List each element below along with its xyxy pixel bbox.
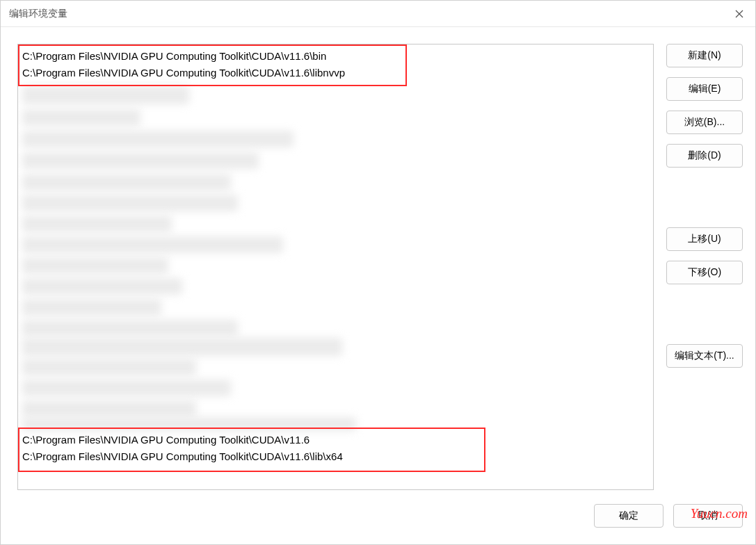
listbox-inner: C:\Program Files\NVIDIA GPU Computing To… xyxy=(18,44,653,489)
spacer xyxy=(666,294,743,334)
edit-button[interactable]: 编辑(E) xyxy=(666,77,743,101)
blurred-entry xyxy=(22,400,196,417)
blurred-entry xyxy=(22,109,140,126)
blurred-entry xyxy=(22,131,293,147)
close-button[interactable] xyxy=(723,1,755,27)
blurred-entry xyxy=(22,236,283,253)
close-icon xyxy=(735,10,743,18)
move-down-button[interactable]: 下移(O) xyxy=(666,261,743,284)
path-listbox[interactable]: C:\Program Files\NVIDIA GPU Computing To… xyxy=(17,44,654,490)
new-button[interactable]: 新建(N) xyxy=(666,44,743,67)
blurred-entry xyxy=(22,257,168,274)
browse-button[interactable]: 浏览(B)... xyxy=(666,111,743,134)
blurred-entry xyxy=(22,215,172,232)
blurred-entry xyxy=(22,195,238,211)
bottom-bar: 确定 取消 xyxy=(1,497,755,544)
blurred-entry xyxy=(22,152,259,169)
blurred-entry xyxy=(22,278,182,295)
list-item[interactable]: C:\Program Files\NVIDIA GPU Computing To… xyxy=(22,449,343,464)
blurred-entry xyxy=(22,86,189,104)
blurred-entry xyxy=(22,299,161,316)
blurred-entry xyxy=(22,380,231,396)
blurred-entry xyxy=(22,320,238,336)
titlebar: 编辑环境变量 xyxy=(1,1,755,27)
blurred-entry xyxy=(22,174,231,190)
blurred-entry xyxy=(22,359,196,375)
blurred-entry xyxy=(22,338,342,356)
delete-button[interactable]: 删除(D) xyxy=(666,144,743,168)
cancel-button[interactable]: 取消 xyxy=(673,504,743,528)
list-item[interactable]: C:\Program Files\NVIDIA GPU Computing To… xyxy=(22,65,345,81)
side-button-column: 新建(N) 编辑(E) 浏览(B)... 删除(D) 上移(U) 下移(O) 编… xyxy=(666,44,743,490)
spacer xyxy=(666,177,743,218)
list-item[interactable]: C:\Program Files\NVIDIA GPU Computing To… xyxy=(22,432,309,448)
window-title: 编辑环境变量 xyxy=(9,8,67,20)
ok-button[interactable]: 确定 xyxy=(594,504,663,528)
list-item[interactable]: C:\Program Files\NVIDIA GPU Computing To… xyxy=(22,49,326,64)
move-up-button[interactable]: 上移(U) xyxy=(666,227,743,251)
dialog-window: 编辑环境变量 xyxy=(0,0,756,545)
edit-text-button[interactable]: 编辑文本(T)... xyxy=(666,344,743,368)
content-area: C:\Program Files\NVIDIA GPU Computing To… xyxy=(1,27,755,497)
blurred-entry xyxy=(22,417,356,431)
